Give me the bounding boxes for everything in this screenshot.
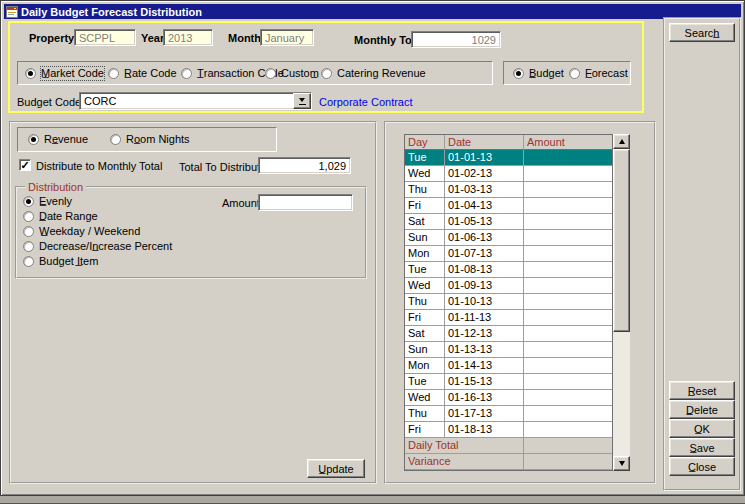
delete-button[interactable]: D̲elete	[669, 400, 735, 419]
table-scrollbar[interactable]	[613, 134, 630, 471]
table-row[interactable]: Wed01-09-13	[405, 278, 612, 294]
day-cell[interactable]: Sun	[405, 230, 445, 246]
amount-cell[interactable]	[524, 198, 612, 214]
amount-cell[interactable]	[524, 326, 612, 342]
date-cell[interactable]: 01-11-13	[445, 310, 524, 326]
date-cell[interactable]: 01-01-13	[445, 150, 524, 166]
save-button[interactable]: S̲ave	[669, 438, 735, 457]
table-row[interactable]: Tue01-15-13	[405, 374, 612, 390]
day-cell[interactable]: Mon	[405, 358, 445, 374]
day-cell[interactable]: Tue	[405, 262, 445, 278]
year-field[interactable]: 2013	[163, 29, 213, 46]
date-cell[interactable]: 01-14-13	[445, 358, 524, 374]
scrollbar-thumb[interactable]	[613, 149, 630, 332]
close-button[interactable]: C̲lose	[669, 457, 735, 476]
radio-evenly[interactable]: E̲venly	[23, 195, 72, 208]
date-cell[interactable]: 01-07-13	[445, 246, 524, 262]
day-cell[interactable]: Sat	[405, 326, 445, 342]
radio-custom[interactable]: Custom̲	[265, 67, 319, 80]
date-cell[interactable]: 01-12-13	[445, 326, 524, 342]
radio-rate-code[interactable]: R̲ate Code	[108, 67, 177, 80]
amount-cell[interactable]	[524, 150, 612, 166]
month-field[interactable]: January	[260, 29, 314, 46]
table-row[interactable]: Sun01-13-13	[405, 342, 612, 358]
table-row[interactable]: Wed01-02-13	[405, 166, 612, 182]
day-cell[interactable]: Thu	[405, 294, 445, 310]
table-row[interactable]: Fri01-18-13	[405, 422, 612, 438]
date-cell[interactable]: 01-10-13	[445, 294, 524, 310]
table-row[interactable]: Thu01-03-13	[405, 182, 612, 198]
amount-cell[interactable]	[524, 342, 612, 358]
amount-cell[interactable]	[524, 182, 612, 198]
amount-cell[interactable]	[524, 390, 612, 406]
amount-field[interactable]	[258, 194, 353, 211]
day-cell[interactable]: Fri	[405, 198, 445, 214]
amount-cell[interactable]	[524, 262, 612, 278]
amount-cell[interactable]	[524, 230, 612, 246]
scroll-down-button[interactable]	[613, 456, 630, 471]
property-field[interactable]: SCPPL	[74, 29, 136, 46]
radio-forecast[interactable]: F̲orecast	[569, 67, 628, 80]
update-button[interactable]: U̲pdate	[307, 459, 365, 478]
date-cell[interactable]: 01-05-13	[445, 214, 524, 230]
radio-market-code[interactable]: M̲arket Code	[25, 67, 104, 80]
date-cell[interactable]: 01-15-13	[445, 374, 524, 390]
table-row[interactable]: Mon01-14-13	[405, 358, 612, 374]
total-to-distribute-field[interactable]: 1,029	[258, 157, 351, 174]
date-cell[interactable]: 01-09-13	[445, 278, 524, 294]
table-row[interactable]: Mon01-07-13	[405, 246, 612, 262]
radio-weekday-weekend[interactable]: W̲eekday / Weekend	[23, 225, 140, 238]
amount-cell[interactable]	[524, 422, 612, 438]
day-cell[interactable]: Sun	[405, 342, 445, 358]
radio-room-nights[interactable]: Ro̲om Nights	[110, 133, 190, 146]
date-cell[interactable]: 01-17-13	[445, 406, 524, 422]
amount-cell[interactable]	[524, 374, 612, 390]
day-cell[interactable]: Sat	[405, 214, 445, 230]
table-row[interactable]: Sat01-12-13	[405, 326, 612, 342]
amount-cell[interactable]	[524, 278, 612, 294]
amount-cell[interactable]	[524, 406, 612, 422]
distribute-monthly-total-checkbox[interactable]: ✓	[19, 159, 31, 171]
day-cell[interactable]: Tue	[405, 150, 445, 166]
amount-cell[interactable]	[524, 166, 612, 182]
table-row[interactable]: Tue01-01-13	[405, 150, 612, 166]
date-cell[interactable]: 01-04-13	[445, 198, 524, 214]
day-cell[interactable]: Fri	[405, 310, 445, 326]
scroll-up-button[interactable]	[613, 134, 630, 149]
amount-cell[interactable]	[524, 214, 612, 230]
radio-budget-item[interactable]: Budget I̲tem	[23, 255, 98, 268]
table-row[interactable]: Sun01-06-13	[405, 230, 612, 246]
date-cell[interactable]: 01-06-13	[445, 230, 524, 246]
budget-code-combobox[interactable]: CORC	[79, 92, 312, 110]
day-cell[interactable]: Tue	[405, 374, 445, 390]
date-cell[interactable]: 01-03-13	[445, 182, 524, 198]
amount-cell[interactable]	[524, 246, 612, 262]
day-cell[interactable]: Fri	[405, 422, 445, 438]
radio-date-range[interactable]: D̲ate Range	[23, 210, 98, 223]
dropdown-arrow-button[interactable]	[293, 93, 311, 109]
table-row[interactable]: Thu01-17-13	[405, 406, 612, 422]
amount-cell[interactable]	[524, 294, 612, 310]
table-row[interactable]: Wed01-16-13	[405, 390, 612, 406]
day-cell[interactable]: Thu	[405, 406, 445, 422]
date-cell[interactable]: 01-13-13	[445, 342, 524, 358]
day-cell[interactable]: Mon	[405, 246, 445, 262]
radio-catering-revenue[interactable]: Catering Revenue	[321, 67, 426, 80]
table-row[interactable]: Tue01-08-13	[405, 262, 612, 278]
table-row[interactable]: Fri01-04-13	[405, 198, 612, 214]
ok-button[interactable]: O̲K	[669, 419, 735, 438]
radio-revenue[interactable]: Re̲venue	[28, 133, 88, 146]
day-cell[interactable]: Wed	[405, 278, 445, 294]
day-cell[interactable]: Wed	[405, 390, 445, 406]
date-cell[interactable]: 01-18-13	[445, 422, 524, 438]
table-row[interactable]: Fri01-11-13	[405, 310, 612, 326]
date-cell[interactable]: 01-08-13	[445, 262, 524, 278]
date-cell[interactable]: 01-02-13	[445, 166, 524, 182]
radio-decrease-increase-percent[interactable]: Decrease/In̲crease Percent	[23, 240, 172, 253]
amount-cell[interactable]	[524, 310, 612, 326]
radio-budget[interactable]: B̲udget	[513, 67, 564, 80]
table-row[interactable]: Thu01-10-13	[405, 294, 612, 310]
day-cell[interactable]: Thu	[405, 182, 445, 198]
day-cell[interactable]: Wed	[405, 166, 445, 182]
monthly-total-field[interactable]: 1029	[411, 31, 501, 48]
